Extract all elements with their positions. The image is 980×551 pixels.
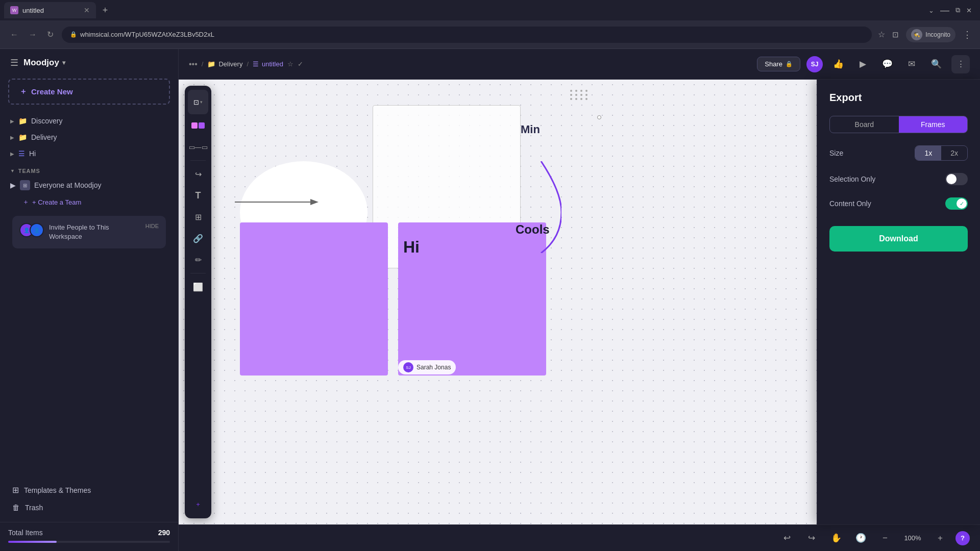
frame2-icon: ⬜ — [193, 282, 203, 292]
sidebar-toggle-button[interactable]: ☰ — [10, 57, 18, 68]
team-icon: ⊞ — [20, 180, 30, 190]
sidebar-item-delivery[interactable]: ▶ 📁 Delivery — [4, 129, 174, 145]
share-button[interactable]: Share 🔒 — [757, 57, 800, 71]
trash-label: Trash — [25, 504, 43, 512]
zoom-in-button[interactable]: + — [931, 529, 949, 547]
more-tools-button[interactable]: + — [188, 494, 208, 514]
text-tool-button[interactable]: T — [188, 185, 208, 206]
breadcrumb-document[interactable]: ☰ untitled — [253, 60, 283, 68]
content-only-toggle[interactable] — [945, 197, 968, 210]
profile-button[interactable]: 🕵 Incognito — [906, 27, 955, 42]
browser-menu-icon[interactable]: ⋮ — [963, 29, 972, 40]
zoom-out-button[interactable]: − — [876, 529, 894, 547]
reader-mode-icon[interactable]: ⊡ — [892, 30, 899, 39]
redo-button[interactable]: ↪ — [802, 529, 821, 547]
pen-tool-button[interactable]: ✏ — [188, 249, 208, 270]
size-2x-button[interactable]: 2x — [941, 146, 967, 160]
selection-only-label: Selection Only — [829, 175, 875, 183]
search-button[interactable]: 🔍 — [927, 55, 945, 73]
workspace-name-label: Moodjoy — [23, 58, 59, 68]
chevron-right-icon: ▶ — [10, 118, 14, 124]
app-layout: ☰ Moodjoy ▾ ＋ Create New ▶ 📁 Discovery ▶… — [0, 49, 980, 551]
sidebar-item-everyone[interactable]: ▶ ⊞ Everyone at Moodjoy — [4, 176, 174, 194]
plus-icon: ＋ — [22, 197, 29, 207]
export-tab-frames[interactable]: Frames — [899, 116, 968, 133]
frame-tool-button[interactable]: ⊡ ▾ — [188, 90, 208, 114]
user-avatar[interactable]: SJ — [806, 56, 823, 72]
new-tab-button[interactable]: + — [98, 3, 112, 17]
content-only-row: Content Only — [829, 197, 968, 210]
forward-button[interactable]: → — [27, 28, 39, 41]
total-items-label: Total Items 290 — [8, 529, 170, 537]
toggle-knob — [946, 174, 957, 184]
lock-icon: 🔒 — [786, 61, 793, 67]
connector-tool-button[interactable]: ↪ — [188, 164, 208, 184]
breadcrumb-folder[interactable]: 📁 Delivery — [207, 60, 242, 68]
zoom-level: 100% — [900, 534, 925, 542]
sticky-color-preview — [190, 119, 206, 132]
address-bar-actions: ☆ ⊡ 🕵 Incognito ⋮ — [878, 27, 972, 42]
user-tag-initials: SJ — [406, 365, 410, 370]
grid-tool-button[interactable]: ⊞ — [188, 207, 208, 227]
create-team-label: + Create a Team — [32, 198, 81, 206]
size-1x-button[interactable]: 1x — [915, 146, 941, 160]
connector-icon: ↪ — [195, 169, 202, 179]
sidebar-item-trash[interactable]: 🗑 Trash — [6, 499, 172, 516]
folder-icon: 📁 — [207, 60, 215, 68]
close-button[interactable]: ✕ — [966, 7, 972, 14]
browser-tab[interactable]: W untitled ✕ — [4, 2, 96, 18]
download-button[interactable]: Download — [829, 226, 968, 252]
add-icon: + — [196, 500, 200, 508]
link-tool-button[interactable]: 🔗 — [188, 228, 208, 248]
status-check-icon[interactable]: ✓ — [298, 60, 303, 68]
create-team-button[interactable]: ＋ + Create a Team — [4, 194, 174, 210]
nav-item-label: Delivery — [31, 133, 168, 141]
flow-tool-button[interactable]: ▭—▭ — [188, 137, 208, 157]
sidebar-item-discovery[interactable]: ▶ 📁 Discovery — [4, 113, 174, 129]
canvas-rect-left[interactable] — [240, 222, 388, 375]
toolbar-separator-2 — [190, 273, 206, 273]
sidebar-item-templates[interactable]: ⊞ Templates & Themes — [6, 481, 172, 499]
history-button[interactable]: 🕐 — [851, 529, 870, 547]
refresh-button[interactable]: ↻ — [45, 28, 56, 41]
present-button[interactable]: ▶ — [853, 55, 872, 73]
hide-invite-button[interactable]: HIDE — [145, 223, 159, 229]
comment-button[interactable]: 💬 — [878, 55, 896, 73]
frame2-tool-button[interactable]: ⬜ — [188, 277, 208, 297]
minimize-button[interactable]: — — [940, 5, 949, 16]
incognito-label: Incognito — [925, 31, 950, 38]
sidebar-item-hi[interactable]: ▶ ☰ Hi — [4, 145, 174, 162]
sticky-tool-button[interactable] — [188, 115, 208, 136]
bookmark-icon[interactable]: ☆ — [878, 30, 885, 39]
favorite-button[interactable]: ☆ — [287, 60, 293, 68]
storage-progress-bar — [8, 541, 170, 543]
breadcrumb-menu-button[interactable]: ••• — [189, 60, 198, 69]
link-icon: 🔗 — [193, 234, 203, 243]
breadcrumb-folder-label: Delivery — [218, 60, 242, 68]
restore-button[interactable]: ⧉ — [955, 6, 960, 14]
back-button[interactable]: ← — [8, 28, 20, 41]
pan-tool-button[interactable]: ✋ — [827, 529, 845, 547]
breadcrumb: ••• / 📁 Delivery / ☰ untitled ☆ ✓ — [189, 60, 303, 69]
export-button[interactable]: ⋮ — [951, 55, 970, 73]
like-button[interactable]: 👍 — [829, 55, 847, 73]
export-tab-board[interactable]: Board — [830, 116, 899, 133]
sidebar-nav: ▶ 📁 Discovery ▶ 📁 Delivery ▶ ☰ Hi ▼ TEAM… — [0, 113, 178, 475]
create-new-button[interactable]: ＋ Create New — [8, 79, 170, 105]
chevron-down-icon: ▼ — [10, 168, 15, 173]
size-selector: 1x 2x — [915, 145, 968, 161]
workspace-selector[interactable]: Moodjoy ▾ — [23, 58, 65, 68]
chevron-right-icon: ▶ — [10, 181, 16, 189]
help-button[interactable]: ? — [955, 531, 970, 545]
teams-section-header: ▼ TEAMS — [4, 162, 174, 176]
breadcrumb-separator: / — [202, 60, 204, 68]
selection-only-toggle[interactable] — [945, 173, 968, 185]
undo-button[interactable]: ↩ — [778, 529, 796, 547]
tab-close-button[interactable]: ✕ — [84, 6, 90, 14]
text-icon: T — [195, 190, 201, 201]
toolbar-separator — [190, 160, 206, 161]
url-box[interactable]: 🔒 whimsical.com/WTpU65WZAtXeZ3LBv5D2xL — [62, 27, 872, 43]
share-send-button[interactable]: ✉ — [902, 55, 921, 73]
tab-overflow-icon[interactable]: ⌄ — [928, 7, 934, 14]
invite-title: Invite People to This Workspace — [49, 223, 109, 240]
